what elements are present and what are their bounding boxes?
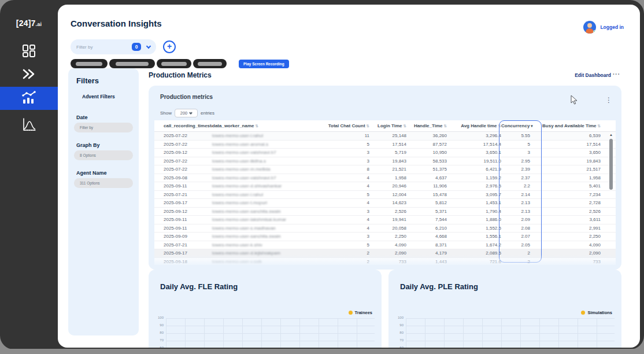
- mouse-cursor: [571, 95, 579, 105]
- cell-concurrency: 2.09: [501, 217, 537, 222]
- cell-timestamp: 2025-09-11: [154, 183, 212, 189]
- kebab-menu-icon[interactable]: ⋮: [605, 96, 612, 104]
- cell-busy_available_time: 2,991: [537, 226, 601, 231]
- redacted-pill-0[interactable]: [71, 59, 108, 68]
- cell-timestamp: 2025-09-17: [154, 250, 212, 256]
- advent-filters-link[interactable]: Advent Filters: [82, 94, 115, 99]
- table-row[interactable]: 2025-09-17lowes-memo-user-d.lejishrakpam…: [154, 249, 616, 258]
- sidebar: [24]7.ai: [0, 0, 58, 349]
- cell-concurrency: 2.07: [501, 234, 537, 239]
- cell-login_time: 25,148: [369, 133, 406, 138]
- table-scrollbar[interactable]: ▲: [609, 133, 613, 260]
- column-header-7[interactable]: Busy and Available Time⇅: [537, 123, 601, 128]
- cell-avg_handle_time: 1,556.1: [447, 234, 501, 239]
- cell-concurrency: 2.08: [501, 226, 537, 231]
- table-row[interactable]: 2025-07-22lowes-memo-user-l.rahul1125,14…: [154, 132, 616, 141]
- filter-graphby-select[interactable]: 8 Options: [74, 150, 133, 160]
- table-row[interactable]: 2025-09-12lowes-memo-user-sanchita.swain…: [154, 208, 616, 216]
- cell-busy_available_time: 5,401: [537, 183, 601, 189]
- table-row[interactable]: 2025-07-22lowes-memo-user-aromal.s517,51…: [154, 141, 616, 149]
- column-header-6[interactable]: Concurrency▾: [501, 123, 537, 128]
- bell-curve-chart-icon: [21, 117, 37, 135]
- column-header-4[interactable]: Handle_Time⇅: [406, 123, 447, 128]
- table-row[interactable]: 2025-09-18lowes-memo-user-v.salk27331,44…: [154, 258, 616, 266]
- column-header-5[interactable]: Avg Handle time⇅: [447, 123, 501, 128]
- table-row[interactable]: 2025-09-11lowes-memo-user-d.shivashankar…: [154, 182, 616, 191]
- filters-panel: Filters Advent Filters Date Filter by Gr…: [68, 68, 139, 335]
- sidebar-item-expand[interactable]: [0, 64, 58, 87]
- table-row[interactable]: 2025-07-21lowes-memo-user-l.rahul512,004…: [154, 191, 616, 200]
- sidebar-item-distribution[interactable]: [0, 115, 58, 138]
- entries-per-page-select[interactable]: 200: [175, 109, 198, 117]
- analytics-chart-icon: [21, 89, 37, 108]
- cell-timestamp: 2025-07-22: [154, 167, 212, 172]
- filter-by-dropdown[interactable]: Filter by 0: [71, 39, 156, 54]
- table-row[interactable]: 2025-09-11lowes-memo-user-lakshmisai.kum…: [154, 216, 616, 224]
- sidebar-item-analytics[interactable]: [0, 87, 58, 110]
- scroll-up-icon[interactable]: ▲: [609, 133, 613, 137]
- cell-chat_count: 11: [328, 133, 369, 138]
- column-header-2[interactable]: Total Chat Count⇅: [328, 123, 369, 128]
- redacted-pill-2[interactable]: [157, 59, 191, 68]
- cell-chat_count: 4: [328, 183, 369, 189]
- table-row[interactable]: 2025-07-21lowes-memo-user-k.shiv54,0908,…: [154, 241, 616, 250]
- cell-chat_count: 4: [328, 217, 369, 222]
- cell-chat_count: 2: [328, 250, 369, 256]
- table-row[interactable]: 2025-07-22lowes-memo-user-m.mellida821,5…: [154, 165, 616, 174]
- sort-icon: ⇅: [255, 124, 258, 128]
- cell-timestamp: 2025-09-11: [154, 226, 212, 231]
- cell-timestamp: 2025-09-12: [154, 150, 212, 155]
- table-row[interactable]: 2025-09-09lowes-memo-user-sanchita.swain…: [154, 233, 616, 241]
- user-avatar[interactable]: [583, 21, 596, 34]
- cell-concurrency: 2.95: [501, 158, 537, 164]
- cell-chat_count: 2: [328, 259, 369, 264]
- column-header-0[interactable]: call_recording_timestamp⇅: [154, 123, 212, 128]
- more-options-icon[interactable]: ···: [613, 71, 620, 78]
- column-header-3[interactable]: Login Time⇅: [369, 123, 406, 128]
- cell-timestamp: 2025-09-08: [154, 175, 212, 180]
- cell-worker: lowes-memo-user-t.mopuri: [212, 200, 328, 205]
- cell-concurrency: 3: [501, 150, 537, 155]
- cell-avg_handle_time: 1,886.0: [447, 217, 501, 222]
- cell-busy_available_time: 3,650: [537, 150, 601, 155]
- cell-handle_time: 58,533: [406, 158, 447, 164]
- cell-avg_handle_time: 17,514.4: [447, 142, 501, 147]
- cell-chat_count: 3: [328, 234, 369, 239]
- cell-handle_time: 8,371: [406, 242, 447, 248]
- column-header-1[interactable]: data_worker_name⇅: [212, 123, 328, 128]
- cell-timestamp: 2025-09-17: [154, 200, 212, 205]
- scrollbar-thumb[interactable]: [609, 139, 613, 190]
- online-status-dot: [593, 30, 596, 34]
- cell-chat_count: 3: [328, 150, 369, 155]
- cell-login_time: 4,090: [369, 242, 406, 248]
- redacted-pill-1[interactable]: [109, 59, 155, 68]
- play-screen-recording-button[interactable]: Play Screen Recording: [239, 60, 289, 68]
- metrics-card-title: Production metrics: [160, 94, 213, 100]
- cell-concurrency: 2.2: [501, 183, 537, 189]
- table-row[interactable]: 2025-09-08lowes-memo-user-vaishnavi.b741…: [154, 174, 616, 183]
- table-row[interactable]: 2025-09-12lowes-memo-user-vaishnavi.b735…: [154, 149, 616, 157]
- cell-concurrency: 2: [501, 250, 537, 256]
- user-session[interactable]: Logged in: [583, 21, 624, 34]
- filter-date-select[interactable]: Filter by: [74, 123, 133, 132]
- cell-handle_time: 15,478: [406, 192, 447, 197]
- add-filter-button[interactable]: +: [163, 40, 176, 53]
- cell-login_time: 19,941: [369, 217, 406, 222]
- cell-busy_available_time: 2,728: [537, 200, 601, 205]
- table-body: 2025-07-22lowes-memo-user-l.rahul1125,14…: [154, 132, 616, 265]
- redacted-label-bar: [116, 62, 149, 66]
- cell-concurrency: 2.05: [501, 242, 537, 248]
- table-row[interactable]: 2025-07-22lowes-memo-user-likitha.s319,8…: [154, 157, 616, 166]
- table-row[interactable]: 2025-09-11lowes-memo-user-s.madhavan420,…: [154, 224, 616, 233]
- cell-busy_available_time: 2,250: [537, 234, 601, 239]
- cell-handle_time: 10,950: [406, 150, 447, 155]
- sidebar-item-dashboard[interactable]: [0, 40, 58, 64]
- entries-control: Show 200 entries: [160, 109, 214, 117]
- cell-handle_time: 6,210: [406, 226, 447, 231]
- edit-dashboard-link[interactable]: Edit Dashboard: [575, 72, 611, 78]
- redacted-pill-3[interactable]: [193, 59, 227, 68]
- cell-login_time: 14,623: [369, 200, 406, 205]
- cell-login_time: 21,521: [369, 167, 406, 172]
- filter-agent-select[interactable]: 311 Options: [74, 178, 133, 188]
- table-row[interactable]: 2025-09-17lowes-memo-user-t.mopuri414,62…: [154, 199, 616, 208]
